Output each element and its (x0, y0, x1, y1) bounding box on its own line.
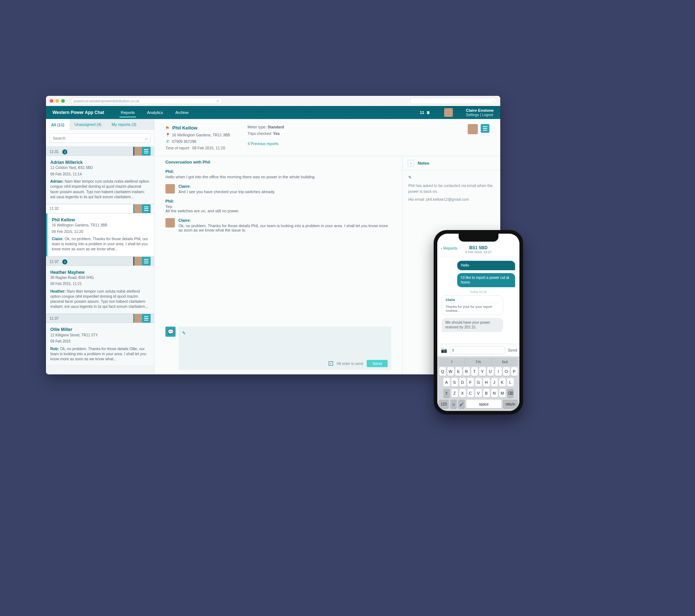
nav-archive[interactable]: Archive (174, 107, 190, 118)
suggestion[interactable]: I (439, 358, 465, 366)
message: Phil: Yep All the switches are on, and s… (165, 199, 391, 213)
flag-icon[interactable]: ⚑ (165, 124, 169, 132)
key[interactable]: T (471, 367, 478, 376)
key[interactable]: P (511, 367, 518, 376)
user-links[interactable]: Settings | Logout (466, 113, 494, 117)
time-row[interactable]: 11:31 2 (46, 146, 154, 156)
search-input[interactable] (50, 133, 151, 143)
nav-analytics[interactable]: Analytics (146, 107, 164, 118)
phone-text-input[interactable] (450, 346, 505, 354)
avatar (165, 218, 175, 228)
numeric-key[interactable]: 123 (439, 400, 449, 408)
phone-notch (459, 234, 498, 242)
phone-chat[interactable]: Hello I'd like to report a power cut at … (437, 257, 519, 344)
collapse-notes-icon[interactable]: › (408, 160, 414, 166)
key[interactable]: M (499, 389, 506, 398)
conversation-panel: Conversation with Phil Phil: Hello when … (155, 156, 403, 374)
message-text: Thanks for your for your report Andrew..… (446, 305, 492, 313)
url-bar[interactable]: powercut.westernpowerdistribution.co.uk … (71, 98, 223, 104)
assignee-avatar[interactable] (133, 257, 142, 265)
meter-type-label: Meter type: (248, 125, 268, 129)
phone-subtitle: 9 Feb 2018, 19:27 (441, 250, 516, 254)
delete-key[interactable]: ⌫ (507, 389, 514, 398)
message-from: Claire: (178, 184, 391, 188)
time-row[interactable]: 11:37 1 (46, 256, 154, 266)
key[interactable]: H (483, 378, 490, 387)
key[interactable]: J (491, 378, 498, 387)
key[interactable]: I (495, 367, 502, 376)
key[interactable]: Y (479, 367, 486, 376)
notes-header: › Notes (403, 156, 500, 170)
tab-all[interactable]: All (11) (46, 119, 70, 130)
keyboard-suggestions: I I'm but (439, 358, 518, 366)
window-maximize-icon[interactable] (61, 99, 65, 103)
search-icon[interactable]: ⌕ (145, 136, 148, 141)
chat-icon[interactable]: 💬 (165, 327, 176, 337)
hit-enter-checkbox[interactable]: ✓ (329, 361, 333, 366)
key[interactable]: N (491, 389, 498, 398)
menu-icon[interactable] (142, 147, 151, 156)
back-button[interactable]: ‹ Reports (441, 246, 457, 250)
browser-search[interactable]: ⌕ (410, 98, 497, 104)
tab-my-reports[interactable]: My reports (3) (106, 119, 141, 130)
key[interactable]: A (443, 378, 450, 387)
space-key[interactable]: space (466, 400, 501, 408)
phone-send-button[interactable]: Send (508, 348, 517, 352)
report-card[interactable]: Heather Mayhew 38 Raglan Road, BS6 5HG 0… (46, 266, 154, 314)
time-row[interactable]: 11:32 (46, 204, 154, 213)
keyboard: I I'm but QWERTYUIOP ASDFGHJKL ⇧ ZXCVBNM… (437, 356, 519, 411)
pin-icon: 📍 (165, 132, 170, 139)
report-card-active[interactable]: Phil Kellow 16 Wellington Gardens, TR11 … (46, 213, 154, 256)
window-minimize-icon[interactable] (55, 99, 59, 103)
report-card[interactable]: Ollie Miller 12 Killigrew Street, TR11 5… (46, 323, 154, 366)
message: Phil: Hello when I got into the office t… (165, 169, 391, 179)
previous-reports-link[interactable]: 4 Previous reports (248, 141, 278, 146)
mic-key[interactable]: 🎤 (458, 400, 465, 408)
detail-menu-icon[interactable] (481, 124, 489, 133)
camera-icon[interactable]: 📷 (441, 347, 447, 353)
menu-icon[interactable] (142, 204, 151, 213)
messages[interactable]: Phil: Hello when I got into the office t… (155, 168, 402, 327)
return-key[interactable]: return (503, 400, 518, 408)
key[interactable]: O (503, 367, 510, 376)
key[interactable]: Z (451, 389, 458, 398)
key[interactable]: D (459, 378, 466, 387)
shift-key[interactable]: ⇧ (443, 389, 450, 398)
key[interactable]: C (467, 389, 474, 398)
suggestion[interactable]: but (492, 358, 518, 366)
key[interactable]: S (451, 378, 458, 387)
suggestion[interactable]: I'm (465, 358, 492, 366)
report-card[interactable]: Adrian Millerick 11 Colston Yard, BS1 5B… (46, 156, 154, 204)
send-button[interactable]: Send (367, 360, 388, 367)
assignee-avatar[interactable] (133, 204, 142, 213)
time-row[interactable]: 11:37 (46, 314, 154, 323)
key[interactable]: U (487, 367, 494, 376)
menu-icon[interactable] (142, 314, 151, 323)
key[interactable]: F (467, 378, 474, 387)
unread-badge: 1 (62, 259, 67, 264)
assignee-avatar[interactable] (133, 147, 142, 156)
key[interactable]: G (475, 378, 482, 387)
key[interactable]: B (483, 389, 490, 398)
pencil-icon[interactable]: ✎ (408, 175, 412, 180)
key[interactable]: X (459, 389, 466, 398)
user-avatar[interactable] (444, 108, 453, 117)
report-list[interactable]: 11:31 2 Adrian Millerick 11 Colston Yard… (46, 146, 154, 374)
window-close-icon[interactable] (50, 99, 53, 103)
key[interactable]: R (463, 367, 470, 376)
key[interactable]: E (455, 367, 462, 376)
snippet: Rob: Ok, no problem. Thanks for those de… (50, 346, 150, 362)
composer[interactable]: ✎ ✓ Hit enter to send Send (178, 327, 391, 370)
key[interactable]: L (507, 378, 514, 387)
emoji-key[interactable]: ☺ (450, 400, 457, 408)
tab-unassigned[interactable]: Unassigned (4) (70, 119, 107, 130)
key[interactable]: W (447, 367, 454, 376)
key[interactable]: Q (439, 367, 446, 376)
menu-icon[interactable] (142, 257, 151, 265)
key[interactable]: V (475, 389, 482, 398)
assignee-avatar[interactable] (133, 314, 142, 323)
agent-avatar[interactable] (468, 124, 478, 134)
key[interactable]: K (499, 378, 506, 387)
refresh-icon[interactable]: ⟳ (216, 99, 219, 103)
nav-reports[interactable]: Reports (119, 107, 136, 118)
